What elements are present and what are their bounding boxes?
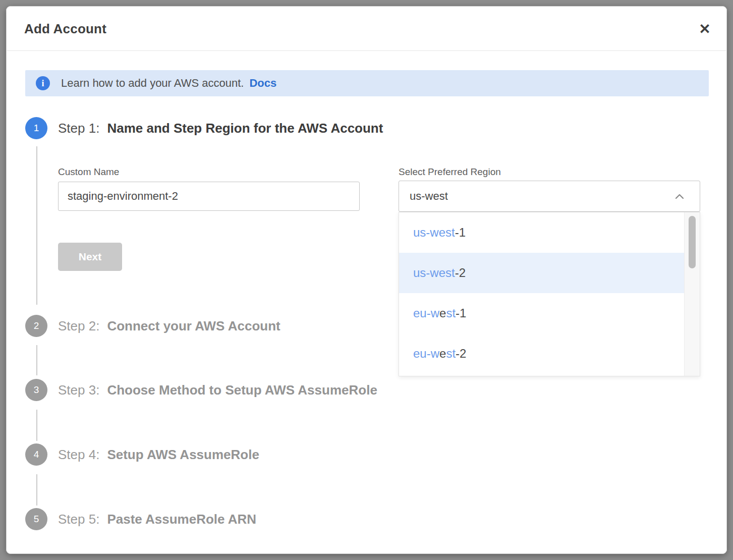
step-5-title: Paste AssumeRole ARN: [107, 512, 256, 527]
step-2-title: Connect your AWS Account: [107, 318, 280, 334]
step-2-number-badge: 2: [25, 315, 47, 337]
option-rest-text: e: [439, 347, 446, 361]
step-5-number-badge: 5: [25, 508, 47, 530]
step-4-title: Setup AWS AssumeRole: [107, 447, 259, 463]
step-1-number-badge: 1: [25, 117, 47, 139]
option-rest-text: -2: [455, 266, 466, 280]
option-match-text: us-west: [413, 226, 455, 240]
step-2-prefix: Step 2:: [58, 318, 99, 334]
info-icon: i: [36, 76, 50, 90]
region-option-us-west-2[interactable]: us-west-2: [399, 253, 685, 293]
option-rest-text: -2: [456, 347, 466, 361]
step-3-number-badge: 3: [25, 379, 47, 401]
option-match-text: st: [446, 306, 456, 320]
step-1-prefix: Step 1:: [58, 121, 99, 136]
docs-link[interactable]: Docs: [249, 77, 276, 90]
add-account-dialog: Add Account ✕ i Learn how to add your AW…: [6, 6, 727, 554]
step-connector-line: [36, 146, 37, 305]
step-connector-line: [36, 410, 37, 441]
dropdown-scrollbar-track[interactable]: [684, 212, 700, 376]
region-option-us-west-1[interactable]: us-west-1: [399, 212, 685, 253]
region-combobox-input[interactable]: [399, 181, 700, 212]
step-3-header: 3 Step 3: Choose Method to Setup AWS Ass…: [25, 379, 377, 401]
region-dropdown-panel: us-west-1 us-west-2 eu-west-1 eu-west-2: [399, 212, 700, 376]
step-3-prefix: Step 3:: [58, 382, 99, 398]
region-option-eu-west-1[interactable]: eu-west-1: [399, 293, 685, 333]
step-connector-line: [36, 474, 37, 506]
option-match-text: eu-w: [413, 306, 439, 320]
close-button[interactable]: ✕: [695, 19, 715, 39]
custom-name-label: Custom Name: [58, 166, 119, 178]
info-banner: i Learn how to add your AWS account. Doc…: [25, 70, 709, 96]
step-1-title: Name and Step Region for the AWS Account: [107, 121, 383, 136]
option-rest-text: e: [439, 306, 446, 320]
dialog-title: Add Account: [24, 21, 106, 37]
step-4-header: 4 Step 4: Setup AWS AssumeRole: [25, 443, 259, 466]
custom-name-input[interactable]: [58, 182, 360, 211]
step-4-number-badge: 4: [25, 443, 47, 466]
step-3-title: Choose Method to Setup AWS AssumeRole: [107, 382, 377, 398]
header-divider: [6, 50, 727, 51]
region-label: Select Preferred Region: [399, 166, 501, 178]
next-button[interactable]: Next: [58, 243, 122, 271]
step-5-header: 5 Step 5: Paste AssumeRole ARN: [25, 508, 256, 530]
region-option-eu-west-2[interactable]: eu-west-2: [399, 333, 685, 374]
chevron-up-icon[interactable]: [672, 189, 687, 204]
step-2-header: 2 Step 2: Connect your AWS Account: [25, 315, 280, 337]
option-rest-text: -1: [456, 306, 466, 320]
banner-text: Learn how to add your AWS account.: [61, 77, 244, 90]
step-1-header: 1 Step 1: Name and Step Region for the A…: [25, 117, 383, 139]
step-5-prefix: Step 5:: [58, 512, 99, 527]
dropdown-scrollbar-thumb[interactable]: [689, 216, 696, 268]
option-match-text: eu-w: [413, 347, 439, 361]
option-rest-text: -1: [455, 226, 466, 240]
close-icon: ✕: [699, 22, 710, 36]
option-match-text: us-west: [413, 266, 455, 280]
step-4-prefix: Step 4:: [58, 447, 99, 463]
step-connector-line: [36, 345, 37, 375]
option-match-text: st: [446, 347, 456, 361]
